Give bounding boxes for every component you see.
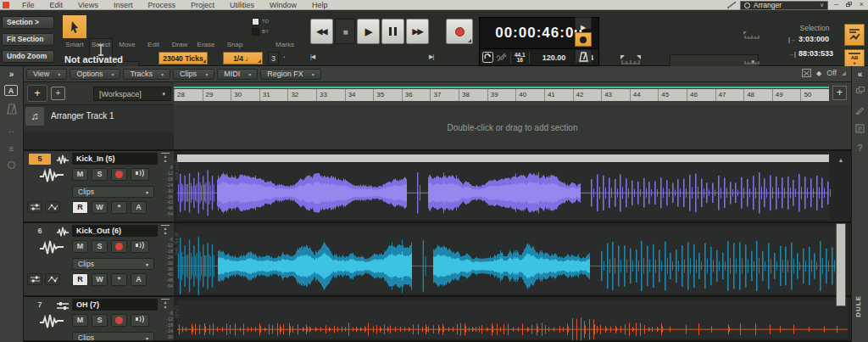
ruler-measure-40[interactable]: 40 — [515, 89, 544, 101]
mute-button[interactable]: M — [72, 168, 88, 181]
mini-record-button[interactable] — [575, 32, 592, 47]
selection-ruler-icon-top[interactable] — [743, 29, 761, 44]
track-lane-5[interactable]: Kick_In (5) — [174, 151, 851, 223]
ruler-measure-43[interactable]: 43 — [601, 89, 630, 101]
view-selector-dropdown[interactable]: Arranger ∨ — [740, 1, 828, 10]
pen-icon[interactable] — [852, 105, 868, 116]
ruler-measure-28[interactable]: 28 — [174, 89, 203, 101]
track-number[interactable]: 7 — [29, 300, 51, 311]
record-tab-icon[interactable] — [0, 161, 23, 171]
swap-tab-icon[interactable]: ↔ — [0, 126, 23, 135]
menu-help[interactable]: Help — [304, 1, 336, 9]
arranger-menu-options[interactable]: Options▾ — [70, 69, 120, 80]
track-header-7[interactable]: 7OH (7)▴▴MSClips▾RW*A-6-12-18-24-30-36-4… — [24, 297, 174, 342]
ruler-measure-29[interactable]: 29 — [203, 89, 231, 101]
tempo-display[interactable]: 120.00 — [533, 53, 576, 62]
snap-by-toggle[interactable] — [252, 28, 259, 36]
vertical-scrollbar[interactable] — [836, 223, 846, 306]
menu-edit[interactable]: Edit — [42, 1, 71, 9]
arranger-track-lane[interactable]: Double-click or drag to add section — [174, 105, 851, 151]
track-header-6[interactable]: 6Kick_Out (6)▴▴MSClips▾RW*A-6-12-18-24-3… — [24, 223, 174, 297]
notes-icon[interactable] — [852, 124, 868, 135]
expand-track-icon[interactable]: ▴▴ — [161, 153, 170, 163]
menu-utilities[interactable]: Utilities — [222, 1, 262, 9]
record-arm-button[interactable] — [111, 240, 127, 253]
expand-dock-icon[interactable]: » — [0, 70, 23, 79]
list-tab-icon[interactable]: ≡ — [0, 144, 23, 154]
workspace-dropdown[interactable]: [Workspace]▾ — [93, 87, 171, 101]
ruler-measure-36[interactable]: 36 — [402, 89, 431, 101]
arranger-menu-region-fx[interactable]: Region FX▾ — [260, 69, 321, 80]
read-automation-button[interactable]: R — [72, 273, 88, 286]
selection-end-time[interactable]: 88:03:533 — [798, 49, 833, 58]
track-lane-6[interactable]: Kick_Out (6) — [174, 223, 851, 297]
solo-button[interactable]: S — [92, 240, 108, 253]
metronome-button[interactable] — [575, 49, 592, 64]
record-button[interactable] — [446, 19, 473, 44]
edit-filter-dropdown[interactable]: Clips▾ — [72, 186, 154, 198]
collapse-dock-icon[interactable]: « — [852, 70, 868, 79]
automation-node-icon[interactable] — [45, 201, 60, 213]
minimize-button[interactable]: – — [832, 1, 841, 9]
rewind-button[interactable]: ◀◀ — [310, 19, 333, 44]
input-echo-button[interactable] — [131, 240, 149, 253]
ruler-measure-34[interactable]: 34 — [345, 89, 374, 101]
arranger-menu-clips[interactable]: Clips▾ — [173, 69, 214, 80]
fader-icon[interactable] — [27, 273, 42, 285]
track-name[interactable]: Kick_In (5) — [72, 153, 158, 165]
ruler-measure-31[interactable]: 31 — [259, 89, 288, 101]
menu-window[interactable]: Window — [262, 1, 304, 9]
audio-engine-muted-icon[interactable] — [496, 52, 507, 63]
audio-clip-waveform[interactable] — [174, 223, 851, 297]
edit-filter-dropdown[interactable]: Clips▾ — [72, 258, 154, 270]
help-icon[interactable]: ? — [852, 143, 868, 153]
fit-section-button[interactable]: Fit Section — [2, 33, 54, 46]
snap-resolution-box[interactable]: 1/4 ♩ — [223, 52, 263, 64]
crossfade-mode[interactable]: Off — [826, 69, 837, 77]
input-echo-button[interactable] — [131, 168, 149, 181]
ruler-zoom-in-button[interactable]: + — [832, 86, 847, 100]
solo-button[interactable]: S — [92, 314, 108, 327]
menu-views[interactable]: Views — [70, 1, 106, 9]
add-arranger-track-button[interactable]: + — [51, 87, 65, 100]
restore-button[interactable] — [844, 1, 854, 9]
ticks-value-box[interactable]: 23040 Ticks — [159, 52, 208, 64]
audio-clip-waveform[interactable] — [174, 151, 851, 223]
snap-dot-button[interactable]: . — [283, 50, 286, 59]
mini-play-button[interactable]: ▶ — [575, 17, 592, 30]
arranger-track-header[interactable]: ♫ Arranger Track 1 — [24, 105, 174, 151]
menu-file[interactable]: File — [14, 1, 42, 9]
menu-project[interactable]: Project — [183, 1, 222, 9]
ruler-measure-50[interactable]: 50 — [800, 89, 829, 101]
add-section-button[interactable]: + — [27, 85, 47, 102]
ruler-measure-39[interactable]: 39 — [487, 89, 516, 101]
track-lane-7[interactable]: OH (7) — [174, 297, 851, 342]
go-to-end-button[interactable]: ▶| — [429, 53, 433, 60]
track-name[interactable]: OH (7) — [72, 299, 158, 311]
section-button[interactable]: Section > — [2, 16, 54, 29]
write-automation-button[interactable]: W — [92, 201, 108, 214]
crossfade-icon[interactable] — [802, 69, 811, 77]
scroll-up-icon[interactable]: ▲ — [834, 157, 848, 163]
ruler-measure-38[interactable]: 38 — [459, 89, 487, 101]
pause-button[interactable] — [381, 19, 404, 44]
ruler-measure-30[interactable]: 30 — [231, 89, 259, 101]
record-arm-button[interactable] — [111, 314, 127, 327]
metronome-tab-icon[interactable] — [0, 104, 23, 116]
expand-track-icon[interactable]: ▴▴ — [161, 299, 170, 309]
time-ruler[interactable]: 2829303132333435363738394041424344454647… — [174, 82, 851, 105]
ruler-measure-33[interactable]: 33 — [316, 89, 345, 101]
audio-clip-waveform[interactable] — [174, 297, 851, 342]
files-icon[interactable] — [852, 87, 868, 96]
input-echo-button[interactable] — [131, 314, 149, 327]
automation-node-icon[interactable] — [45, 273, 60, 285]
mute-button[interactable]: M — [72, 314, 88, 327]
snap-to-toggle[interactable] — [252, 18, 259, 25]
close-button[interactable]: × — [857, 1, 866, 9]
fast-forward-button[interactable]: ▶▶ — [406, 19, 429, 44]
sync-icon[interactable] — [482, 52, 493, 63]
arranger-tab-icon[interactable]: A — [4, 85, 18, 96]
snapshot-button[interactable]: * — [111, 273, 127, 286]
read-automation-button[interactable]: R — [72, 201, 88, 214]
write-automation-button[interactable]: W — [92, 273, 108, 286]
